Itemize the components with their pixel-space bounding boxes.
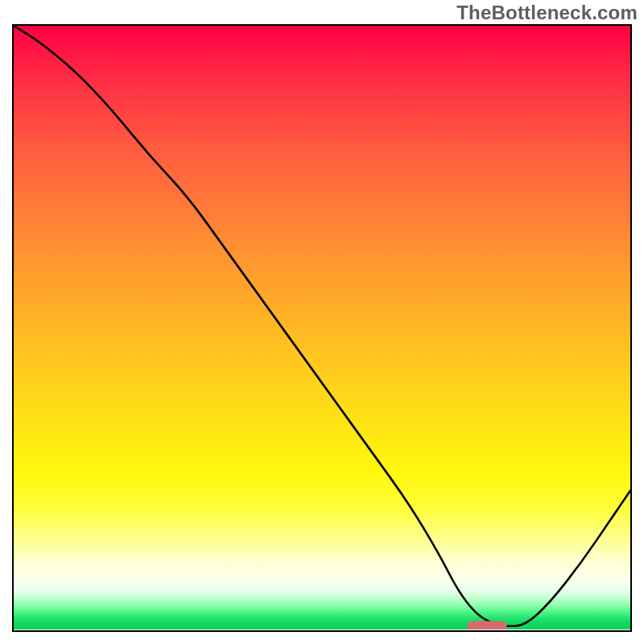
- optimal-marker: [467, 621, 507, 630]
- bottleneck-curve: [14, 26, 630, 626]
- curve-svg: [14, 26, 630, 630]
- watermark-text: TheBottleneck.com: [456, 2, 638, 24]
- bottleneck-chart: TheBottleneck.com: [0, 0, 644, 644]
- plot-area: [14, 26, 630, 630]
